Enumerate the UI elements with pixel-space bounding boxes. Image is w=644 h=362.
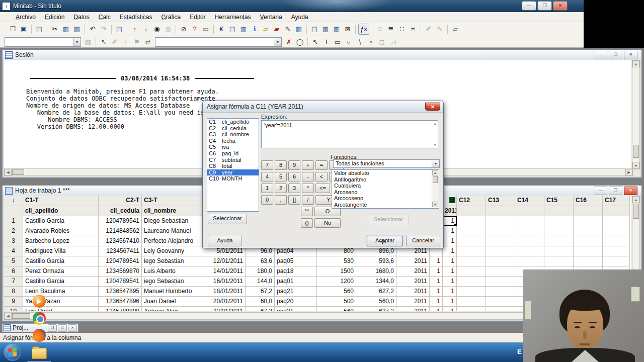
calc-button-5[interactable]: 5 — [275, 172, 287, 182]
dialog-column-C9[interactable]: C9year — [207, 169, 259, 176]
worksheet-cell[interactable]: 18/01/2011 — [203, 287, 246, 297]
worksheet-cell[interactable] — [574, 226, 603, 236]
worksheet-cell[interactable] — [486, 246, 515, 256]
add-item-icon[interactable]: + — [121, 37, 131, 47]
calc-button-*[interactable]: * — [302, 184, 314, 193]
worksheet-header-cell[interactable]: C13 — [486, 196, 515, 206]
show-report-icon[interactable]: ✎ — [283, 24, 293, 34]
subset-icon[interactable]: ∷ — [397, 24, 407, 34]
worksheet-cell[interactable]: 1 — [4, 216, 23, 226]
worksheet-cell[interactable]: Juan Daniel — [142, 297, 203, 307]
worksheet-cell[interactable]: iego Sebastian — [142, 277, 203, 287]
worksheet-cell[interactable]: paq18 — [275, 266, 317, 277]
worksheet-cell[interactable] — [544, 226, 574, 236]
worksheet-cell[interactable]: 60,0 — [246, 297, 275, 307]
calc-button-3[interactable]: 3 — [288, 184, 300, 193]
calc-button-1[interactable]: 1 — [261, 184, 273, 193]
dialog-column-C7[interactable]: C7subtotal — [207, 157, 259, 163]
worksheet-cell[interactable]: Perez Ormaza — [23, 266, 99, 277]
show-related-icon[interactable]: ▦ — [294, 24, 304, 34]
worksheet-cell[interactable]: paq21 — [275, 287, 317, 297]
brush-small-icon[interactable]: ✎ — [435, 24, 445, 34]
worksheet-header-cell[interactable] — [443, 196, 457, 206]
worksheet-cell[interactable]: 8 — [4, 287, 23, 297]
worksheet-cell[interactable]: Castillo Garcia — [23, 277, 99, 287]
standardize-icon[interactable]: ≡ — [375, 24, 385, 34]
worksheet-cell[interactable]: 2011 — [396, 266, 430, 277]
worksheet-cell[interactable]: 1 — [443, 256, 457, 266]
worksheet-cell[interactable]: 2 — [4, 226, 23, 236]
function-item[interactable]: Arcoseno — [332, 189, 439, 196]
session-vscrollbar[interactable]: ▲ ▼ — [632, 60, 640, 169]
worksheet-cell[interactable]: 63,6 — [246, 256, 275, 266]
print-icon[interactable]: ▤ — [34, 24, 44, 34]
worksheet-cell[interactable]: Laureano Manuel — [142, 226, 203, 236]
worksheet-cell[interactable] — [515, 236, 544, 246]
menu-ventana[interactable]: Ventana — [256, 13, 287, 22]
worksheet-cell[interactable] — [574, 236, 603, 246]
taskbar-explorer-icon[interactable] — [27, 344, 51, 361]
line-tool-icon[interactable]: ∖ — [355, 37, 365, 47]
previous-command-icon[interactable]: ↑ — [130, 24, 140, 34]
scroll-up-icon[interactable]: ▲ — [433, 122, 437, 125]
functions-dropdown[interactable]: Todas las funciones ▼ — [333, 159, 440, 168]
worksheet-cell[interactable]: 9 — [4, 297, 23, 307]
worksheet-cell[interactable] — [603, 246, 630, 256]
worksheet-cell[interactable]: 560,0 — [356, 297, 396, 307]
worksheet-cell[interactable]: 560 — [317, 287, 356, 297]
show-info-icon[interactable]: ℹ — [250, 24, 260, 34]
cut-icon[interactable]: ✂ — [50, 24, 60, 34]
worksheet-cell[interactable] — [486, 277, 515, 287]
worksheet-cell[interactable] — [544, 256, 574, 266]
worksheet-cell[interactable]: 7 — [4, 277, 23, 287]
brush-large-icon[interactable]: ✐ — [424, 24, 434, 34]
worksheet-header-cell[interactable] — [574, 206, 603, 216]
open-file-icon[interactable]: ❐ — [8, 24, 18, 34]
worksheet-header-cell[interactable]: cli_apellido — [23, 206, 99, 216]
worksheet-header-cell[interactable]: cli_nombre — [142, 206, 203, 216]
calc-button-()[interactable]: () — [301, 218, 313, 228]
worksheet-cell[interactable] — [603, 256, 630, 266]
worksheet-cell[interactable]: 1234569870 — [99, 266, 142, 277]
worksheet-cell[interactable]: 1 — [443, 246, 457, 256]
worksheet-cell[interactable]: 1214848562 — [99, 226, 142, 236]
menu-archivo[interactable]: Archivo — [11, 13, 40, 22]
calc-button-0[interactable]: 0 — [261, 195, 273, 205]
calc-button-,[interactable]: , — [275, 195, 287, 205]
worksheet-cell[interactable]: Perfecto Alejandro — [142, 236, 203, 246]
worksheet-cell[interactable] — [515, 246, 544, 256]
calc-button-[][interactable]: [] — [288, 195, 300, 205]
worksheet-header-cell[interactable]: C14 — [515, 196, 544, 206]
worksheet-header-cell[interactable]: C15 — [544, 196, 574, 206]
taskbar-chrome-icon[interactable] — [27, 310, 51, 327]
restore-button[interactable]: ❐ — [537, 1, 552, 11]
worksheet-restore-button[interactable]: ❐ — [609, 187, 622, 195]
worksheet-header-cell[interactable]: C1-T — [23, 196, 99, 206]
select-tool-icon[interactable]: ↖ — [310, 37, 320, 47]
session-minimize-button[interactable]: — — [594, 51, 607, 59]
worksheet-cell[interactable]: 20/01/2011 — [203, 297, 246, 307]
worksheet-cell[interactable] — [457, 287, 486, 297]
ellipse-tool-icon[interactable]: ○ — [344, 37, 354, 47]
worksheet-cell[interactable]: Antonio Aleg — [142, 307, 203, 311]
brush-tool-icon[interactable]: ✐ — [110, 37, 120, 47]
show-history-icon[interactable]: ▱ — [261, 24, 271, 34]
worksheet-cell[interactable]: Castillo Garcia — [23, 256, 99, 266]
select-column-button[interactable]: Seleccionar — [208, 214, 247, 224]
calc-button-No[interactable]: No — [314, 218, 341, 228]
text-tool-icon[interactable]: T — [321, 37, 332, 47]
calc-button-**[interactable]: ** — [301, 207, 313, 216]
worksheet-cell[interactable]: 1 — [443, 277, 457, 287]
copy-icon[interactable]: ▥ — [61, 24, 71, 34]
worksheet-header-cell[interactable]: ↓ — [4, 196, 23, 206]
worksheet-cell[interactable]: 1236547896 — [99, 297, 142, 307]
expression-input[interactable]: 'year'=2011 ▲ ▼ — [261, 120, 438, 148]
worksheet-cell[interactable] — [574, 216, 603, 226]
worksheet-cell[interactable] — [544, 246, 574, 256]
worksheet-header-cell[interactable] — [457, 206, 486, 216]
worksheet-cell[interactable]: 1234567410 — [99, 236, 142, 246]
eraser-icon[interactable]: ▱ — [450, 24, 460, 34]
find-icon[interactable]: ◉ — [152, 24, 162, 34]
worksheet-cell[interactable]: 1 — [443, 297, 457, 307]
worksheet-close-button[interactable]: ✕ — [624, 187, 637, 195]
